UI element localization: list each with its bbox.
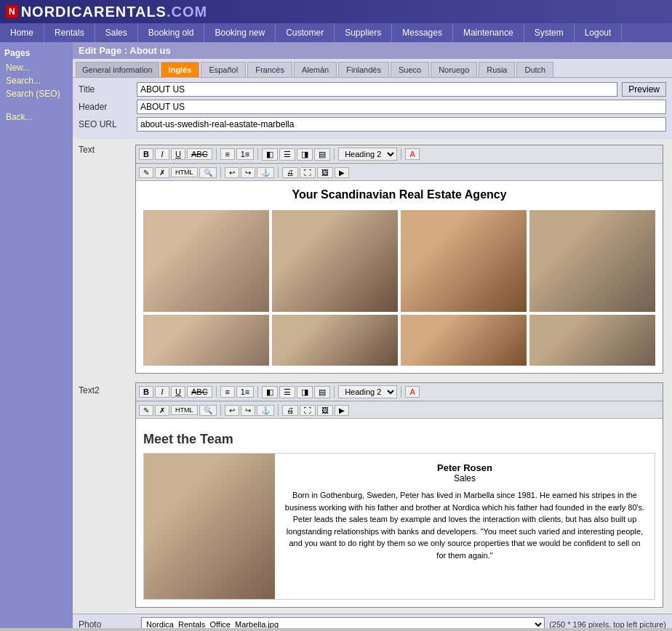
- edit-button2[interactable]: ✎: [139, 405, 153, 416]
- anchor-button2[interactable]: ⚓: [257, 405, 274, 416]
- ul-button[interactable]: ≡: [220, 148, 235, 160]
- text-label: Text: [73, 139, 131, 155]
- nav-sales[interactable]: Sales: [95, 23, 138, 42]
- photo-person4: [529, 210, 655, 312]
- strikethrough-button2[interactable]: ABC: [187, 386, 212, 398]
- sep8: [257, 386, 258, 398]
- nav-suppliers[interactable]: Suppliers: [335, 23, 392, 42]
- italic-button[interactable]: I: [155, 148, 169, 160]
- content-area: Edit Page : About us General information…: [73, 42, 672, 628]
- nav-bar: Home Rentals Sales Booking old Booking n…: [0, 23, 672, 42]
- align-right-button2[interactable]: ◨: [297, 386, 313, 398]
- editor1-content[interactable]: Your Scandinavian Real Estate Agency: [136, 181, 663, 373]
- nav-logout[interactable]: Logout: [575, 23, 623, 42]
- print-button2[interactable]: 🖨: [282, 405, 298, 416]
- seo-input[interactable]: [137, 117, 666, 132]
- nav-home[interactable]: Home: [0, 23, 44, 42]
- tab-rusia[interactable]: Rusia: [479, 62, 515, 77]
- html-button2[interactable]: HTML: [171, 405, 198, 415]
- align-left-button2[interactable]: ◧: [262, 386, 278, 398]
- editor1-title: Your Scandinavian Real Estate Agency: [143, 188, 655, 201]
- font-color-button[interactable]: A: [405, 148, 420, 160]
- ol-button[interactable]: 1≡: [236, 148, 255, 160]
- align-center-button2[interactable]: ☰: [279, 386, 295, 398]
- nav-maintenance[interactable]: Maintenance: [453, 23, 524, 42]
- anchor-button1[interactable]: ⚓: [257, 167, 274, 178]
- align-center-button[interactable]: ☰: [279, 148, 295, 161]
- photo-section: Photo Nordica_Rentals_Office_Marbella.jp…: [73, 614, 672, 628]
- nav-messages[interactable]: Messages: [392, 23, 453, 42]
- preview-button[interactable]: Preview: [622, 82, 666, 97]
- tab-espanol[interactable]: Español: [201, 62, 246, 77]
- strikethrough-button[interactable]: ABC: [187, 148, 212, 160]
- photo-grid-row1: [143, 210, 655, 312]
- editor2-toolbar2: ✎ ✗ HTML 🔍 ↩ ↪ ⚓ 🖨 ⛶ 🖼 ▶: [136, 401, 663, 419]
- photo-select[interactable]: Nordica_Rentals_Office_Marbella.jpg: [141, 617, 545, 628]
- header-input[interactable]: [137, 100, 666, 114]
- align-justify-button[interactable]: ▤: [314, 148, 330, 161]
- tab-finlandes[interactable]: Finlandés: [338, 62, 389, 77]
- sidebar-link-back[interactable]: Back...: [3, 110, 70, 124]
- team-name: Peter Rosen: [284, 462, 646, 473]
- nav-rentals[interactable]: Rentals: [44, 23, 95, 42]
- media-button2[interactable]: ▶: [335, 405, 349, 416]
- clear-button2[interactable]: ✗: [155, 405, 169, 416]
- sidebar-link-search[interactable]: Search...: [3, 74, 70, 87]
- image-button1[interactable]: 🖼: [317, 167, 333, 178]
- text2-editor-row: Text2 B I U ABC ≡ 1≡ ◧ ☰ ◨: [73, 379, 672, 614]
- editor2-toolbar1: B I U ABC ≡ 1≡ ◧ ☰ ◨ ▤ Hea: [136, 383, 663, 401]
- bold-button2[interactable]: B: [139, 386, 153, 398]
- bold-button[interactable]: B: [139, 148, 153, 160]
- align-left-button[interactable]: ◧: [262, 148, 278, 161]
- font-color-button2[interactable]: A: [405, 386, 420, 398]
- underline-button[interactable]: U: [171, 148, 185, 160]
- tab-aleman[interactable]: Alemán: [294, 62, 337, 77]
- heading-select2[interactable]: Heading 2 Heading 1 Heading 3 Normal: [338, 385, 397, 398]
- tab-dutch[interactable]: Dutch: [516, 62, 553, 77]
- edit-button[interactable]: ✎: [139, 167, 153, 178]
- nav-customer[interactable]: Customer: [276, 23, 335, 42]
- fullscreen-button2[interactable]: ⛶: [300, 405, 316, 416]
- photo-info: (250 * 196 pixels, top left picture): [549, 620, 666, 628]
- seo-label: SEO URL: [79, 119, 137, 129]
- underline-button2[interactable]: U: [171, 386, 185, 398]
- nav-system[interactable]: System: [524, 23, 575, 42]
- find-button2[interactable]: 🔍: [199, 405, 217, 416]
- tab-general-info[interactable]: General information: [76, 62, 159, 77]
- header-label: Header: [79, 102, 137, 112]
- align-justify-button2[interactable]: ▤: [314, 386, 330, 398]
- italic-button2[interactable]: I: [155, 386, 169, 398]
- tab-ingles[interactable]: Inglés: [161, 62, 200, 77]
- clear-button[interactable]: ✗: [155, 167, 169, 178]
- editor2-content[interactable]: Meet the Team Peter Rosen Sales Born in …: [136, 419, 663, 607]
- ol-button2[interactable]: 1≡: [236, 386, 255, 398]
- redo-button[interactable]: ↪: [241, 167, 255, 178]
- team-bio: Peter Rosen Sales Born in Gothenburg, Sw…: [275, 454, 655, 599]
- fullscreen-button[interactable]: ⛶: [300, 167, 316, 178]
- ul-button2[interactable]: ≡: [220, 386, 235, 398]
- tab-frances[interactable]: Francés: [247, 62, 292, 77]
- title-input[interactable]: [137, 82, 617, 97]
- team-bio-text: Born in Gothenburg, Sweden, Peter has li…: [284, 489, 646, 561]
- image-button2[interactable]: 🖼: [317, 405, 333, 416]
- redo-button2[interactable]: ↪: [241, 405, 255, 416]
- tab-panel: General information Inglés Español Franc…: [73, 59, 672, 78]
- align-right-button[interactable]: ◨: [297, 148, 313, 161]
- sidebar-link-new[interactable]: New...: [3, 61, 70, 74]
- sidebar-link-search-seo[interactable]: Search (SEO): [3, 87, 70, 100]
- tab-noruego[interactable]: Noruego: [431, 62, 477, 77]
- nav-booking-new[interactable]: Booking new: [204, 23, 276, 42]
- print-button[interactable]: 🖨: [282, 167, 298, 178]
- tab-sueco[interactable]: Sueco: [391, 62, 429, 77]
- html-button1[interactable]: HTML: [171, 167, 198, 177]
- sep10: [401, 386, 401, 398]
- nav-booking-old[interactable]: Booking old: [138, 23, 205, 42]
- media-button1[interactable]: ▶: [335, 167, 349, 178]
- text2-label: Text2: [73, 379, 131, 395]
- undo-button[interactable]: ↩: [225, 167, 239, 178]
- undo-button2[interactable]: ↩: [225, 405, 239, 416]
- top-bar: N NORDICARENTALS.COM: [0, 0, 672, 23]
- form-row-title: Title Preview: [79, 82, 666, 97]
- find-button[interactable]: 🔍: [199, 167, 217, 178]
- heading-select1[interactable]: Heading 2 Heading 1 Heading 3 Normal: [338, 148, 397, 161]
